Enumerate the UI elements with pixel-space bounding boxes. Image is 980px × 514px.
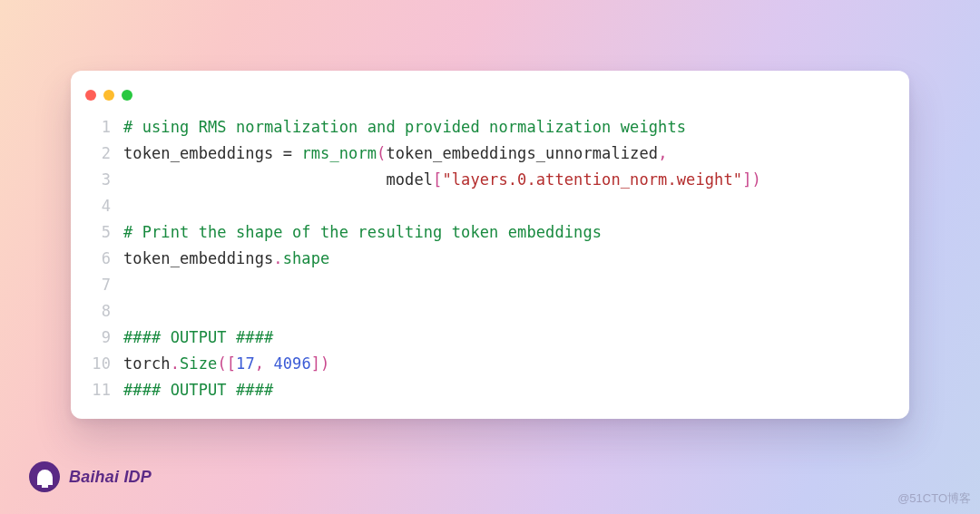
brand-footer: Baihai IDP	[29, 461, 152, 492]
code-content	[123, 298, 893, 325]
code-token: ])	[742, 170, 761, 189]
code-line: 7	[82, 272, 893, 298]
code-token: (	[377, 144, 386, 162]
code-token: .	[171, 354, 180, 373]
line-number: 5	[82, 219, 111, 246]
code-token: ])	[311, 354, 330, 373]
code-content: # Print the shape of the resulting token…	[123, 219, 893, 246]
brand-logo-icon	[29, 461, 60, 492]
code-content: #### OUTPUT ####	[123, 377, 893, 403]
code-token: #### OUTPUT ####	[123, 381, 273, 399]
code-token: ,	[255, 354, 274, 373]
code-token: ,	[658, 144, 667, 162]
code-line: 2token_embeddings = rms_norm(token_embed…	[82, 141, 893, 167]
line-number: 6	[82, 246, 111, 272]
line-number: 2	[82, 141, 111, 167]
code-content	[123, 193, 893, 219]
line-number: 4	[82, 193, 111, 219]
code-line: 9#### OUTPUT ####	[82, 325, 893, 351]
code-token: [	[433, 170, 442, 189]
code-window: 1# using RMS normalization and provided …	[71, 71, 909, 419]
code-content	[123, 272, 893, 298]
code-token: shape	[283, 249, 330, 267]
line-number: 9	[82, 325, 111, 351]
code-token: 17	[236, 354, 255, 373]
code-token: rms_norm	[301, 144, 377, 162]
code-token: # using RMS normalization and provided n…	[123, 118, 686, 136]
code-token: Size	[180, 354, 217, 373]
code-token: token_embeddings_unnormalized	[386, 144, 658, 162]
code-line: 8	[82, 298, 893, 325]
code-token: torch	[123, 354, 171, 373]
code-line: 1# using RMS normalization and provided …	[82, 114, 893, 141]
code-line: 5# Print the shape of the resulting toke…	[82, 219, 893, 246]
line-number: 8	[82, 298, 111, 325]
line-number: 3	[82, 167, 111, 193]
code-line: 6token_embeddings.shape	[82, 246, 893, 272]
line-number: 1	[82, 114, 111, 141]
code-token: token_embeddings	[123, 144, 283, 162]
line-number: 7	[82, 272, 111, 298]
line-number: 10	[82, 351, 111, 377]
minimize-icon[interactable]	[103, 90, 114, 101]
brand-name: Baihai IDP	[69, 468, 152, 487]
code-area: 1# using RMS normalization and provided …	[71, 107, 909, 418]
maximize-icon[interactable]	[122, 90, 132, 101]
code-token: .	[273, 249, 282, 267]
code-token: token_embeddings	[123, 249, 273, 267]
line-number: 11	[82, 377, 111, 403]
code-token: 4096	[273, 354, 310, 373]
code-token: #### OUTPUT ####	[123, 328, 273, 346]
code-line: 10torch.Size([17, 4096])	[82, 351, 893, 377]
code-token: "layers.0.attention_norm.weight"	[442, 170, 742, 189]
window-titlebar	[71, 71, 909, 107]
code-line: 4	[82, 193, 893, 219]
attribution-text: @51CTO博客	[897, 490, 971, 507]
code-content: # using RMS normalization and provided n…	[123, 114, 893, 141]
code-token: model	[123, 170, 433, 189]
code-content: token_embeddings = rms_norm(token_embedd…	[123, 141, 893, 167]
code-line: 11#### OUTPUT ####	[82, 377, 893, 403]
code-token: ([	[217, 354, 236, 373]
code-content: model["layers.0.attention_norm.weight"])	[123, 167, 893, 193]
close-icon[interactable]	[85, 90, 96, 101]
code-token: # Print the shape of the resulting token…	[123, 223, 602, 241]
code-content: #### OUTPUT ####	[123, 325, 893, 351]
code-line: 3 model["layers.0.attention_norm.weight"…	[82, 167, 893, 193]
code-content: token_embeddings.shape	[123, 246, 893, 272]
code-token: =	[283, 144, 302, 162]
code-content: torch.Size([17, 4096])	[123, 351, 893, 377]
